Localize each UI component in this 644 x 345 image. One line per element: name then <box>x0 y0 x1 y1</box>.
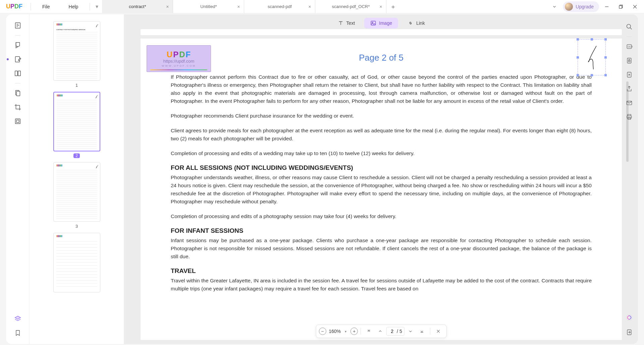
close-toolbar-button[interactable] <box>433 326 444 337</box>
tab-label: scanned-pdf_OCR* <box>332 4 370 9</box>
bookmark-button[interactable] <box>11 327 24 339</box>
close-button[interactable] <box>629 2 641 12</box>
email-button[interactable] <box>623 96 636 109</box>
resize-handle[interactable] <box>577 38 579 41</box>
thumbnail-page-4[interactable] <box>53 233 100 292</box>
image-tool[interactable]: Image <box>364 18 398 28</box>
tab-contract[interactable]: contract*× <box>102 0 173 13</box>
watermark-url: https://updf.com <box>163 59 195 64</box>
maximize-button[interactable] <box>614 2 627 12</box>
previous-page-edge <box>141 29 622 35</box>
link-tool[interactable]: Link <box>401 18 431 28</box>
compress-button[interactable] <box>623 68 636 81</box>
print-button[interactable] <box>623 111 636 123</box>
separator <box>361 328 361 335</box>
paragraph: Infant sessions may be purchased as a on… <box>171 236 592 261</box>
titlebar: UPDF File Help ▾ contract*× Untitled*× s… <box>0 0 644 13</box>
resize-handle[interactable] <box>604 74 607 76</box>
close-icon[interactable]: × <box>308 4 311 9</box>
selected-image-signature[interactable] <box>578 39 606 75</box>
thumbnail-page-1[interactable]: 𝒻CONTRACT FOR PHOTOGRAPHIC SERVICES <box>53 21 100 81</box>
watermark-image[interactable]: UPDF https://updf.com WWW.UPDF.COM <box>147 45 211 72</box>
page-input[interactable] <box>389 329 395 334</box>
zoom-in-button[interactable]: + <box>351 328 358 335</box>
reader-tool[interactable] <box>11 19 24 32</box>
resize-handle[interactable] <box>604 56 607 59</box>
svg-rect-9 <box>15 71 17 76</box>
tabs-overflow-dropdown[interactable] <box>547 4 561 9</box>
minimize-button[interactable] <box>600 2 613 12</box>
close-icon[interactable]: × <box>237 4 240 9</box>
organize-tool[interactable] <box>11 67 24 80</box>
close-icon[interactable]: × <box>166 4 169 9</box>
tool-label: Image <box>379 20 392 26</box>
section-heading: FOR ALL SESSIONS (NOT INCLUDING WEDDINGS… <box>171 164 592 171</box>
menu-help[interactable]: Help <box>59 4 88 9</box>
resize-handle[interactable] <box>604 38 607 41</box>
ai-assistant-button[interactable] <box>623 311 636 324</box>
thumbnail-number: 3 <box>75 224 78 229</box>
svg-rect-1 <box>619 6 622 8</box>
tab-scanned-pdf[interactable]: scanned-pdf× <box>244 0 315 13</box>
svg-rect-23 <box>629 60 630 62</box>
crop-tool[interactable] <box>11 101 24 114</box>
paragraph: Photographer recommends Client purchase … <box>171 112 592 120</box>
paragraph: Completion of processing and edits of a … <box>171 149 592 157</box>
tool-label: Text <box>346 20 355 26</box>
upgrade-button[interactable]: Upgrade <box>563 1 599 12</box>
tab-untitled[interactable]: Untitled*× <box>173 0 244 13</box>
zoom-value: 160% <box>327 329 343 334</box>
page-indicator[interactable]: /5 <box>386 327 405 336</box>
svg-rect-14 <box>16 120 19 122</box>
document-viewport: Text Image Link UPDF https://updf.com WW… <box>124 14 638 344</box>
tab-options-dropdown[interactable]: ▾ <box>92 3 102 10</box>
separator <box>15 83 20 83</box>
protect-button[interactable] <box>623 54 636 67</box>
close-icon[interactable]: × <box>379 4 382 9</box>
prev-page-button[interactable] <box>375 326 386 337</box>
search-button[interactable] <box>623 20 636 33</box>
tab-scanned-pdf-ocr[interactable]: scanned-pdf_OCR*× <box>315 0 386 13</box>
form-tool[interactable] <box>11 115 24 128</box>
last-page-button[interactable] <box>417 326 427 337</box>
paragraph: Client agrees to provide meals for each … <box>171 127 592 143</box>
export-button[interactable] <box>623 326 636 339</box>
tab-label: contract* <box>129 4 146 9</box>
svg-marker-15 <box>15 316 20 319</box>
page-sep: / <box>397 329 398 334</box>
first-page-button[interactable] <box>364 326 374 337</box>
zoom-dropdown[interactable]: ▾ <box>343 330 350 333</box>
paragraph: Travel within the Greater Lafayette, IN … <box>171 277 592 293</box>
layers-button[interactable] <box>11 313 24 325</box>
add-tab-button[interactable]: ＋ <box>386 0 400 13</box>
separator <box>15 35 20 36</box>
edit-tool[interactable] <box>11 53 24 66</box>
page-total: 5 <box>399 329 402 334</box>
navigation-toolbar: − 160% ▾ + /5 <box>316 325 447 338</box>
thumbnail-page-2[interactable]: 𝒻 <box>53 92 100 151</box>
left-toolbar <box>6 14 30 344</box>
next-page-button[interactable] <box>405 326 416 337</box>
share-button[interactable] <box>623 82 636 95</box>
resize-handle[interactable] <box>577 74 579 76</box>
divider <box>90 3 90 10</box>
comment-tool[interactable] <box>11 39 24 52</box>
resize-handle[interactable] <box>577 56 579 59</box>
page-header: Page 2 of 5 <box>171 53 592 63</box>
page-tools[interactable] <box>11 87 24 99</box>
svg-rect-10 <box>18 71 20 76</box>
paragraph: If Photographer cannot perform this Cont… <box>171 73 592 105</box>
menu-file[interactable]: File <box>33 4 59 9</box>
paragraph: Completion of processing and edits of a … <box>171 212 592 220</box>
upgrade-label: Upgrade <box>576 4 594 9</box>
thumbnail-page-3[interactable]: 𝒻 <box>53 162 100 222</box>
document-page[interactable]: UPDF https://updf.com WWW.UPDF.COM Page … <box>141 39 622 340</box>
text-tool[interactable]: Text <box>331 18 361 28</box>
zoom-out-button[interactable]: − <box>319 328 326 335</box>
resize-handle[interactable] <box>591 38 593 41</box>
thumbnails-panel: 𝒻CONTRACT FOR PHOTOGRAPHIC SERVICES 1 𝒻 … <box>30 14 124 344</box>
section-heading: TRAVEL <box>171 267 592 275</box>
resize-handle[interactable] <box>591 74 593 76</box>
svg-rect-22 <box>627 58 631 63</box>
ocr-button[interactable]: OCR <box>623 40 636 53</box>
